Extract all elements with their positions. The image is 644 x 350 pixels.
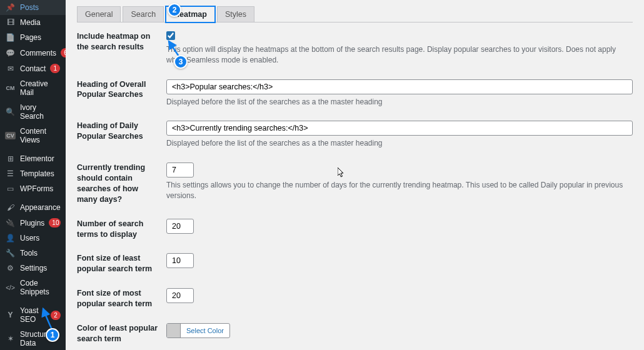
- sidebar-item-content-views[interactable]: CVContent Views: [0, 124, 66, 148]
- templates-icon: ☰: [5, 169, 16, 178]
- sidebar-item-yoast[interactable]: YYoast SEO2: [0, 303, 66, 327]
- sidebar-item-label: Code Snippets: [20, 279, 61, 296]
- sidebar-item-ivory-search[interactable]: 🔍Ivory Search: [0, 100, 66, 124]
- sidebar-item-pages[interactable]: 📄Pages: [0, 30, 66, 45]
- sidebar-item-posts[interactable]: 📌Posts: [0, 0, 66, 15]
- sidebar-item-label: Ivory Search: [20, 103, 61, 121]
- color-btn-label: Select Color: [181, 327, 229, 334]
- sidebar-item-label: Comments: [20, 49, 56, 58]
- mail-icon: ✉: [5, 64, 16, 73]
- label-trending-days: Currently trending should contain search…: [77, 162, 166, 205]
- sidebar-item-templates[interactable]: ☰Templates: [0, 166, 66, 181]
- admin-sidebar: 📌Posts 🎞Media 📄Pages 💬Comments6 ✉Contact…: [0, 0, 66, 350]
- sidebar-item-label: Media: [20, 18, 41, 27]
- structured-icon: ✶: [5, 334, 16, 343]
- main-content: General Search Heatmap Styles Include he…: [66, 0, 644, 350]
- label-include-heatmap: Include heatmap on the search results: [77, 31, 166, 52]
- label-terms-count: Number of search terms to display: [77, 219, 166, 240]
- desc-include-heatmap: This option will display the heatmaps at…: [166, 44, 633, 66]
- page-icon: 📄: [5, 33, 16, 42]
- brush-icon: 🖌: [5, 203, 16, 212]
- count-badge: 1: [50, 64, 60, 73]
- sidebar-item-plugins[interactable]: 🔌Plugins10: [0, 215, 66, 231]
- code-icon: </>: [5, 284, 16, 291]
- sidebar-item-appearance[interactable]: 🖌Appearance: [0, 200, 66, 215]
- tab-general[interactable]: General: [77, 6, 121, 22]
- sidebar-item-label: WPForms: [20, 184, 53, 193]
- sidebar-item-wpforms[interactable]: ▭WPForms: [0, 181, 66, 196]
- sidebar-item-label: Contact: [20, 64, 46, 73]
- sidebar-item-label: Tools: [20, 249, 38, 258]
- color-picker-least[interactable]: Select Color: [166, 323, 230, 338]
- sidebar-item-code-snippets[interactable]: </>Code Snippets: [0, 276, 66, 299]
- desc-trending-days: This settings allows you to change the n…: [166, 180, 633, 201]
- desc-overall-heading: Displayed before the list of the searche…: [166, 97, 633, 108]
- sidebar-item-label: Yoast SEO: [20, 306, 46, 324]
- plug-icon: 🔌: [5, 219, 16, 228]
- sidebar-item-contact[interactable]: ✉Contact1: [0, 61, 66, 76]
- input-font-most[interactable]: [166, 288, 194, 303]
- sidebar-item-label: Plugins: [20, 219, 44, 228]
- count-badge: 10: [49, 218, 61, 228]
- gear-icon: ⚙: [5, 264, 16, 272]
- sidebar-item-tools[interactable]: 🔧Tools: [0, 246, 66, 261]
- sidebar-item-creative-mail[interactable]: CMCreative Mail: [0, 76, 66, 100]
- yoast-icon: Y: [5, 311, 16, 319]
- sidebar-item-label: Content Views: [20, 127, 61, 144]
- sidebar-item-label: Creative Mail: [20, 79, 61, 97]
- count-badge: 2: [51, 311, 61, 320]
- label-daily-heading: Heading of Daily Popular Searches: [77, 121, 166, 142]
- annotation-step-1: 1: [46, 328, 59, 342]
- input-trending-days[interactable]: [166, 162, 194, 178]
- tab-styles[interactable]: Styles: [217, 6, 254, 22]
- input-overall-heading[interactable]: [166, 79, 633, 94]
- sidebar-item-label: Users: [20, 234, 39, 242]
- tab-search[interactable]: Search: [123, 6, 164, 22]
- annotation-step-3: 3: [174, 55, 188, 69]
- label-font-most: Font size of most popular search term: [77, 288, 166, 309]
- annotation-step-2: 2: [168, 3, 181, 17]
- search-icon: 🔍: [5, 108, 16, 116]
- sidebar-item-label: Elementor: [20, 154, 54, 163]
- comment-icon: 💬: [5, 49, 16, 58]
- input-font-least[interactable]: [166, 253, 194, 268]
- checkbox-include-heatmap[interactable]: [166, 31, 175, 40]
- label-color-least: Color of least popular search term: [77, 323, 166, 344]
- cv-icon: CV: [5, 132, 16, 139]
- sidebar-item-label: Posts: [20, 3, 39, 12]
- sidebar-item-label: Settings: [20, 264, 47, 272]
- sidebar-item-users[interactable]: 👤Users: [0, 231, 66, 246]
- elementor-icon: ⊞: [5, 154, 16, 163]
- input-daily-heading[interactable]: [166, 121, 633, 136]
- desc-daily-heading: Displayed before the list of the searche…: [166, 138, 633, 149]
- label-font-least: Font size of least popular search term: [77, 253, 166, 274]
- wpforms-icon: ▭: [5, 184, 16, 193]
- sidebar-item-elementor[interactable]: ⊞Elementor: [0, 151, 66, 166]
- wrench-icon: 🔧: [5, 249, 16, 258]
- user-icon: 👤: [5, 234, 16, 242]
- sidebar-item-comments[interactable]: 💬Comments6: [0, 45, 66, 61]
- cursor-icon: [338, 168, 345, 179]
- input-terms-count[interactable]: [166, 219, 194, 234]
- color-swatch-least: [167, 324, 181, 338]
- media-icon: 🎞: [5, 18, 16, 27]
- label-overall-heading: Heading of Overall Popular Searches: [77, 79, 166, 101]
- tab-bar: General Search Heatmap Styles: [77, 6, 633, 22]
- sidebar-item-label: Templates: [20, 169, 54, 178]
- sidebar-item-label: Appearance: [20, 203, 61, 212]
- cm-icon: CM: [5, 85, 16, 91]
- sidebar-item-settings[interactable]: ⚙Settings: [0, 261, 66, 276]
- pin-icon: 📌: [5, 3, 16, 12]
- sidebar-item-label: Pages: [20, 33, 41, 42]
- sidebar-item-media[interactable]: 🎞Media: [0, 15, 66, 30]
